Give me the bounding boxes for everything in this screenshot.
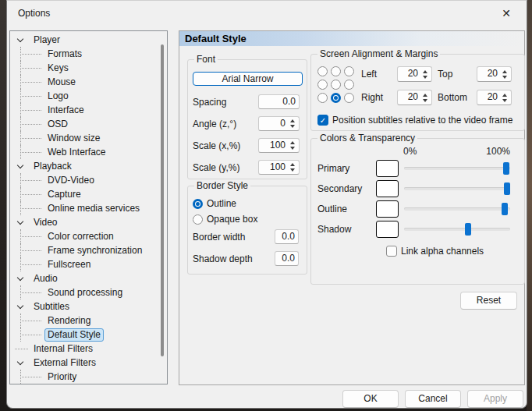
alignment-radio-7[interactable]	[331, 93, 341, 103]
outline-alpha-slider[interactable]	[404, 200, 510, 218]
chevron-down-icon[interactable]	[17, 302, 23, 308]
alignment-radio-6[interactable]	[317, 93, 328, 103]
spin-up-icon[interactable]	[290, 141, 295, 144]
sidebar-item-sound-processing[interactable]: Sound processing	[10, 285, 161, 299]
scale-y-input[interactable]: 100	[258, 160, 300, 175]
spin-down-icon[interactable]	[423, 76, 427, 79]
chevron-down-icon[interactable]	[17, 218, 23, 224]
sidebar-scrollbar[interactable]	[161, 44, 164, 356]
secondary-alpha-slider[interactable]	[404, 180, 510, 197]
alignment-radio-3[interactable]	[317, 80, 328, 90]
right-margin-input[interactable]: 20	[397, 90, 432, 105]
border-width-input[interactable]: 0.0	[275, 229, 299, 244]
spin-up-icon[interactable]	[423, 70, 427, 73]
shadow-depth-input[interactable]: 0.0	[275, 251, 299, 266]
spin-up-icon[interactable]	[502, 94, 507, 97]
spin-up-icon[interactable]	[423, 94, 427, 97]
sidebar-item-window-size[interactable]: Window size	[10, 131, 161, 145]
sidebar-item-osd[interactable]: OSD	[10, 117, 161, 131]
cancel-button[interactable]: Cancel	[405, 390, 461, 408]
close-button[interactable]: ✕	[494, 4, 519, 23]
ok-button[interactable]: OK	[342, 390, 399, 408]
link-alpha-row[interactable]: ✓ Link alpha channels	[386, 245, 484, 257]
sidebar-item-playback[interactable]: Playback	[10, 159, 161, 173]
spin-down-icon[interactable]	[290, 168, 295, 172]
secondary-color-swatch[interactable]	[376, 180, 399, 197]
slider-thumb[interactable]	[502, 203, 508, 215]
outline-radio-row[interactable]: Outline	[193, 197, 236, 210]
scale-x-spinner[interactable]	[288, 139, 297, 152]
sidebar-item-dvd-video[interactable]: DVD-Video	[10, 173, 161, 187]
scale-y-spinner[interactable]	[288, 161, 297, 174]
sidebar-item-rendering[interactable]: Rendering	[10, 314, 161, 328]
slider-thumb[interactable]	[504, 182, 510, 195]
spin-down-icon[interactable]	[502, 99, 507, 102]
chevron-down-icon[interactable]	[17, 35, 23, 41]
sidebar-item-keys[interactable]: Keys	[10, 61, 161, 75]
sidebar-item-formats[interactable]: Formats	[10, 47, 161, 61]
top-margin-input[interactable]: 20	[477, 66, 512, 82]
sidebar-item-audio[interactable]: Audio	[10, 271, 161, 285]
sidebar-item-capture[interactable]: Capture	[10, 187, 161, 201]
chevron-down-icon[interactable]	[17, 358, 23, 364]
position-subtitles-row[interactable]: ✓ Position subtitles relative to the vid…	[317, 114, 512, 126]
opaque-box-radio[interactable]	[193, 214, 203, 225]
slider-thumb[interactable]	[465, 223, 471, 236]
scale-x-row: Scale (x,%) 100	[193, 138, 300, 153]
slider-thumb[interactable]	[503, 162, 509, 175]
primary-color-swatch[interactable]	[376, 160, 399, 177]
font-picker-button[interactable]: Arial Narrow	[193, 72, 303, 86]
link-alpha-checkbox[interactable]: ✓	[386, 246, 397, 257]
outline-color-swatch[interactable]	[376, 200, 399, 218]
bottom-margin-spinner[interactable]	[500, 90, 509, 105]
primary-alpha-slider[interactable]	[404, 160, 510, 177]
position-subtitles-checkbox[interactable]: ✓	[317, 115, 328, 126]
spin-down-icon[interactable]	[290, 125, 295, 128]
sidebar-item-mouse[interactable]: Mouse	[10, 75, 161, 89]
alignment-radio-0[interactable]	[317, 66, 328, 76]
spin-down-icon[interactable]	[502, 76, 507, 79]
scale-x-input[interactable]: 100	[258, 138, 300, 153]
left-margin-spinner[interactable]	[420, 67, 430, 81]
spin-up-icon[interactable]	[290, 119, 295, 122]
outline-radio[interactable]	[193, 199, 203, 209]
spin-down-icon[interactable]	[423, 99, 427, 102]
spin-up-icon[interactable]	[502, 70, 507, 73]
sidebar-item-web-interface[interactable]: Web Interface	[10, 145, 161, 159]
spin-up-icon[interactable]	[290, 163, 295, 166]
sidebar-item-priority[interactable]: Priority	[10, 370, 161, 384]
opaque-box-radio-row[interactable]: Opaque box	[193, 213, 257, 225]
alignment-radio-8[interactable]	[344, 93, 354, 103]
sidebar-item-default-style[interactable]: Default Style	[10, 328, 161, 342]
sidebar-item-online-media-services[interactable]: Online media services	[10, 201, 161, 215]
chevron-down-icon[interactable]	[17, 161, 23, 168]
spin-down-icon[interactable]	[290, 147, 295, 150]
alignment-radio-5[interactable]	[344, 80, 354, 90]
sidebar-item-logo[interactable]: Logo	[10, 89, 161, 103]
sidebar-item-subtitles[interactable]: Subtitles	[10, 299, 161, 314]
reset-button[interactable]: Reset	[460, 292, 517, 310]
alignment-radio-4[interactable]	[331, 80, 341, 90]
alignment-radio-2[interactable]	[344, 66, 354, 76]
sidebar-item-color-correction[interactable]: Color correction	[10, 229, 161, 243]
sidebar-item-interface[interactable]: Interface	[10, 103, 161, 117]
apply-button[interactable]: Apply	[467, 390, 523, 408]
sidebar-item-frame-synchronization[interactable]: Frame synchronization	[10, 243, 161, 257]
top-margin-spinner[interactable]	[500, 67, 509, 81]
sidebar-item-external-filters[interactable]: External Filters	[10, 356, 161, 370]
sidebar-item-player[interactable]: Player	[10, 33, 161, 47]
chevron-down-icon[interactable]	[17, 274, 23, 280]
shadow-alpha-slider[interactable]	[404, 221, 510, 238]
sidebar-item-video[interactable]: Video	[10, 215, 161, 229]
angle-input[interactable]: 0	[258, 116, 300, 131]
sidebar-item-fullscreen[interactable]: Fullscreen	[10, 257, 161, 271]
spacing-input[interactable]: 0.0	[258, 94, 300, 109]
alignment-radio-1[interactable]	[331, 66, 341, 76]
shadow-color-swatch[interactable]	[376, 221, 399, 238]
bottom-margin-input[interactable]: 20	[477, 90, 512, 105]
right-margin-spinner[interactable]	[420, 90, 430, 105]
left-margin-input[interactable]: 20	[397, 66, 432, 82]
angle-spinner[interactable]	[288, 117, 297, 130]
titlebar[interactable]: Options ✕	[7, 1, 527, 26]
sidebar-item-internal-filters[interactable]: Internal Filters	[10, 342, 161, 356]
